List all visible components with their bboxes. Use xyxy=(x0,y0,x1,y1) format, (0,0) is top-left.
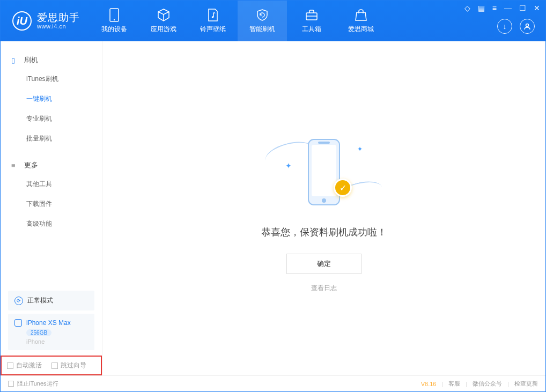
maximize-button[interactable]: ☐ xyxy=(519,4,526,12)
svg-point-1 xyxy=(114,19,115,20)
device-storage: 256GB xyxy=(26,329,51,336)
sidebar-item-batch-flash[interactable]: 批量刷机 xyxy=(1,129,102,149)
sidebar-status: ⟳ 正常模式 iPhone XS Max 256GB iPhone xyxy=(1,285,102,356)
title-bar: iU 爱思助手 www.i4.cn 我的设备 应用游戏 铃声壁纸 智能刷机 工具… xyxy=(1,1,545,41)
device-icon xyxy=(107,8,121,22)
minimize-button[interactable]: — xyxy=(504,4,512,12)
block-itunes-checkbox[interactable]: 阻止iTunes运行 xyxy=(8,380,58,388)
toolbox-icon xyxy=(305,8,319,22)
skip-guide-checkbox[interactable]: 跳过向导 xyxy=(51,361,86,370)
nav-smart-flash[interactable]: 智能刷机 xyxy=(238,1,287,41)
list-icon[interactable]: ▤ xyxy=(478,4,485,12)
device-small-icon xyxy=(14,319,22,327)
success-check-icon: ✓ xyxy=(334,179,352,197)
phone-graphic-icon xyxy=(305,137,343,207)
phone-small-icon: ▯ xyxy=(11,56,19,64)
view-log-link[interactable]: 查看日志 xyxy=(311,284,337,293)
device-type: iPhone xyxy=(26,338,88,345)
user-button[interactable] xyxy=(520,19,535,34)
window-controls: ◇ ▤ ≡ — ☐ ✕ xyxy=(464,4,540,12)
sidebar-item-advanced[interactable]: 高级功能 xyxy=(1,214,102,234)
options-row: 自动激活 跳过向导 xyxy=(1,356,102,375)
version-label: V8.16 xyxy=(421,381,437,387)
music-file-icon xyxy=(206,8,220,22)
cube-icon xyxy=(157,8,171,22)
footer-link-wechat[interactable]: 微信公众号 xyxy=(473,380,502,388)
sidebar-group-flash: ▯ 刷机 xyxy=(1,51,102,69)
svg-point-5 xyxy=(526,24,529,27)
device-name: iPhone XS Max xyxy=(26,319,71,327)
sidebar-item-download-firmware[interactable]: 下载固件 xyxy=(1,194,102,214)
sidebar-item-itunes-flash[interactable]: iTunes刷机 xyxy=(1,69,102,89)
ok-button[interactable]: 确定 xyxy=(286,254,361,274)
nav-toolbox[interactable]: 工具箱 xyxy=(287,1,336,41)
brand-site: www.i4.cn xyxy=(37,23,80,29)
svg-point-9 xyxy=(322,198,326,203)
svg-rect-8 xyxy=(318,142,330,144)
sidebar-item-pro-flash[interactable]: 专业刷机 xyxy=(1,109,102,129)
nav-ringtone-wallpaper[interactable]: 铃声壁纸 xyxy=(188,1,238,41)
footer: 阻止iTunes运行 V8.16 | 客服 | 微信公众号 | 检查更新 xyxy=(1,375,545,391)
main-content: ✦ ✦ ✓ 恭喜您，保资料刷机成功啦！ 确定 查看日志 xyxy=(102,41,545,375)
shirt-icon[interactable]: ◇ xyxy=(464,4,470,12)
download-button[interactable]: ↓ xyxy=(497,19,512,34)
sidebar-item-other-tools[interactable]: 其他工具 xyxy=(1,174,102,194)
refresh-shield-icon xyxy=(255,8,269,22)
menu-icon[interactable]: ≡ xyxy=(492,4,497,12)
mode-label: 正常模式 xyxy=(27,296,53,305)
sidebar-item-oneclick-flash[interactable]: 一键刷机 xyxy=(1,89,102,109)
svg-point-2 xyxy=(212,16,214,18)
success-message: 恭喜您，保资料刷机成功啦！ xyxy=(261,226,387,239)
footer-link-update[interactable]: 检查更新 xyxy=(514,380,538,388)
close-button[interactable]: ✕ xyxy=(534,4,540,12)
nav-my-device[interactable]: 我的设备 xyxy=(90,1,139,41)
footer-link-support[interactable]: 客服 xyxy=(448,380,460,388)
hamburger-icon: ≡ xyxy=(11,161,19,169)
sidebar: ▯ 刷机 iTunes刷机 一键刷机 专业刷机 批量刷机 ≡ 更多 其他工具 下… xyxy=(1,41,102,375)
device-box[interactable]: iPhone XS Max 256GB iPhone xyxy=(8,314,94,350)
bag-icon xyxy=(354,8,368,22)
success-graphic: ✦ ✦ ✓ xyxy=(254,124,394,220)
brand-name: 爱思助手 xyxy=(37,12,80,24)
sidebar-group-more: ≡ 更多 xyxy=(1,156,102,174)
svg-rect-7 xyxy=(312,145,336,196)
mode-icon: ⟳ xyxy=(14,297,23,305)
logo-area: iU 爱思助手 www.i4.cn xyxy=(1,1,90,41)
logo-icon: iU xyxy=(12,11,32,31)
auto-activate-checkbox[interactable]: 自动激活 xyxy=(7,361,42,370)
nav-store[interactable]: 爱思商城 xyxy=(336,1,386,41)
nav-apps-games[interactable]: 应用游戏 xyxy=(139,1,188,41)
top-nav: 我的设备 应用游戏 铃声壁纸 智能刷机 工具箱 爱思商城 xyxy=(90,1,386,41)
mode-box[interactable]: ⟳ 正常模式 xyxy=(8,291,94,310)
